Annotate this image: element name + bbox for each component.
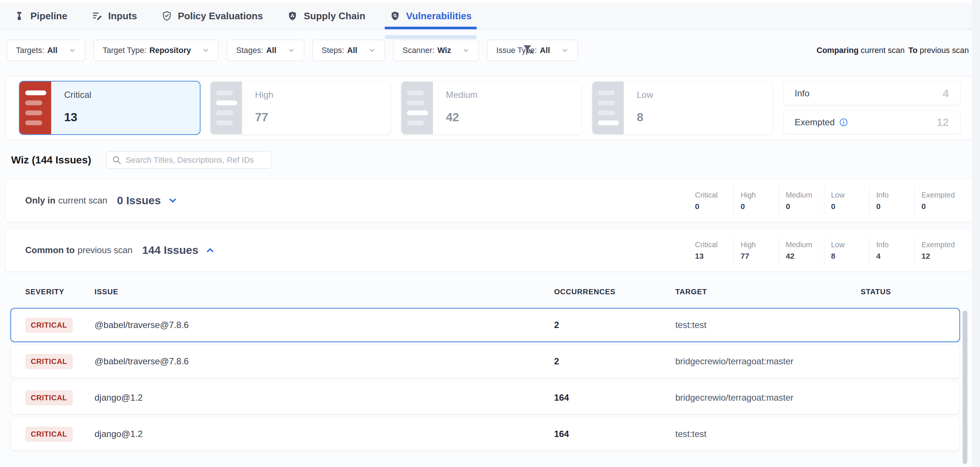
filter-bar: Targets: All Target Type: Repository Sta… — [7, 38, 810, 63]
filter-label: Stages: — [236, 46, 263, 55]
exempted-card-count: 12 — [937, 116, 949, 129]
table-header: SEVERITY ISSUE OCCURRENCES TARGET STATUS — [25, 288, 959, 296]
tab-label: Inputs — [108, 10, 137, 22]
severity-count[interactable]: Critical 0 — [688, 186, 733, 214]
severity-count[interactable]: Low 0 — [824, 186, 869, 214]
severity-count[interactable]: Critical 13 — [688, 236, 733, 264]
filter-value: All — [47, 46, 57, 55]
common-to-previous-scan-section: Common to previous scan 144 Issues Criti… — [6, 229, 974, 271]
severity-count[interactable]: Exempted 12 — [915, 236, 959, 264]
chevron-down-icon[interactable] — [167, 195, 178, 206]
severity-count[interactable]: Info 4 — [869, 236, 915, 264]
severity-badge: CRITICAL — [25, 427, 73, 442]
filter-value: All — [266, 46, 276, 55]
col-status: STATUS — [861, 288, 959, 296]
occurrences-cell: 164 — [554, 429, 675, 439]
col-occurrences: OCCURRENCES — [554, 288, 675, 296]
exempted-card[interactable]: Exempted 12 — [783, 110, 960, 134]
supply-chain-shield-icon — [287, 11, 298, 21]
severity-card[interactable]: Critical 13 — [20, 81, 200, 134]
occurrences-cell: 2 — [554, 356, 675, 367]
tab-vulnerabilities[interactable]: Vulnerabilities — [390, 10, 472, 22]
severity-level-icon — [592, 81, 624, 134]
tab-policy-evaluations[interactable]: Policy Evaluations — [162, 10, 263, 22]
filter-value: All — [347, 46, 357, 55]
tab-bar: Pipeline Inputs Policy Evaluations Suppl… — [0, 3, 980, 30]
severity-summary: Critical 13 High 77 Medium — [6, 76, 974, 140]
chevron-down-icon — [288, 47, 295, 54]
severity-card-label: Critical — [64, 90, 91, 100]
target-cell: bridgecrewio/terragoat:master — [675, 392, 861, 403]
severity-count[interactable]: Exempted 0 — [915, 186, 959, 214]
table-row[interactable]: CRITICAL @babel/traverse@7.8.6 2 test:te… — [11, 309, 959, 342]
severity-card-label: High — [255, 90, 273, 100]
severity-badge: CRITICAL — [25, 354, 73, 369]
severity-count[interactable]: Low 8 — [824, 236, 869, 264]
comparing-bold: Comparing — [816, 46, 858, 55]
severity-card[interactable]: Medium 42 — [401, 81, 582, 134]
severity-card-count: 77 — [255, 110, 273, 124]
severity-card-count: 8 — [637, 110, 653, 124]
filter-chip[interactable]: Stages: All — [227, 40, 304, 61]
table-row[interactable]: CRITICAL django@1.2 164 test:test — [11, 418, 959, 450]
tab-inputs[interactable]: Inputs — [92, 10, 137, 22]
top-strip — [0, 0, 980, 3]
target-cell: test:test — [675, 429, 861, 439]
severity-count[interactable]: Info 0 — [869, 186, 915, 214]
severity-count[interactable]: High 77 — [733, 236, 779, 264]
tab-supply-chain[interactable]: Supply Chain — [287, 10, 365, 22]
issue-cell: django@1.2 — [94, 392, 554, 403]
occurrences-cell: 2 — [554, 320, 675, 330]
col-target: TARGET — [675, 288, 861, 296]
severity-badge: CRITICAL — [25, 390, 73, 405]
pipeline-icon — [14, 11, 24, 21]
target-cell: bridgecrewio/terragoat:master — [675, 356, 861, 367]
filter-value: All — [540, 46, 550, 55]
table-row[interactable]: CRITICAL django@1.2 164 bridgecrewio/ter… — [11, 381, 959, 414]
severity-badge: CRITICAL — [25, 318, 73, 333]
severity-card[interactable]: Low 8 — [592, 81, 772, 134]
table-row[interactable]: CRITICAL @babel/traverse@7.8.6 2 bridgec… — [11, 345, 959, 378]
severity-count[interactable]: High 0 — [733, 186, 779, 214]
vulnerabilities-shield-icon — [390, 11, 400, 21]
comparing-label: Comparingcurrent scanToprevious scan — [816, 46, 969, 55]
exempted-card-label: Exempted — [795, 117, 835, 127]
tab-label: Policy Evaluations — [178, 10, 263, 22]
info-card-label: Info — [795, 88, 810, 98]
clear-filters-button[interactable] — [522, 44, 535, 56]
info-card[interactable]: Info 4 — [783, 81, 960, 105]
chevron-down-icon — [202, 47, 209, 54]
scrollbar-thumb[interactable] — [963, 311, 967, 464]
filter-chip[interactable]: Steps: All — [312, 40, 385, 61]
filter-chip[interactable]: Target Type: Repository — [94, 40, 219, 61]
severity-card-label: Medium — [446, 90, 477, 100]
common-to-previous-scan-toggle[interactable]: Common to previous scan 144 Issues — [25, 244, 215, 256]
tab-label: Pipeline — [30, 10, 67, 22]
filter-chip[interactable]: Targets: All — [7, 40, 85, 61]
tab-label: Supply Chain — [304, 10, 365, 22]
only-in-current-scan-toggle[interactable]: Only in current scan 0 Issues — [25, 194, 178, 207]
tab-pipeline[interactable]: Pipeline — [14, 10, 67, 22]
filter-clear-icon — [522, 44, 535, 56]
info-circle-icon — [839, 118, 848, 127]
issue-cell: @babel/traverse@7.8.6 — [94, 356, 554, 367]
only-in-issue-count: 0 Issues — [117, 194, 161, 207]
severity-card-count: 13 — [64, 110, 91, 124]
search-box — [106, 151, 272, 168]
chevron-down-icon — [68, 47, 76, 54]
severity-count[interactable]: Medium 0 — [779, 186, 824, 214]
occurrences-cell: 164 — [554, 392, 675, 403]
inputs-icon — [92, 11, 102, 21]
filter-chip[interactable]: Scanner: Wiz — [393, 40, 479, 61]
issues-table: CRITICAL @babel/traverse@7.8.6 2 test:te… — [11, 309, 959, 450]
chevron-down-icon — [462, 47, 469, 54]
search-input[interactable] — [106, 151, 272, 168]
severity-card[interactable]: High 77 — [210, 81, 391, 134]
severity-count[interactable]: Medium 42 — [779, 236, 824, 264]
policy-shield-check-icon — [162, 11, 172, 21]
filter-label: Steps: — [322, 46, 344, 55]
chevron-up-icon[interactable] — [205, 245, 215, 256]
issue-cell: @babel/traverse@7.8.6 — [94, 320, 554, 330]
search-icon — [112, 155, 122, 165]
only-in-current-scan-section: Only in current scan 0 Issues Critical 0… — [6, 179, 974, 222]
